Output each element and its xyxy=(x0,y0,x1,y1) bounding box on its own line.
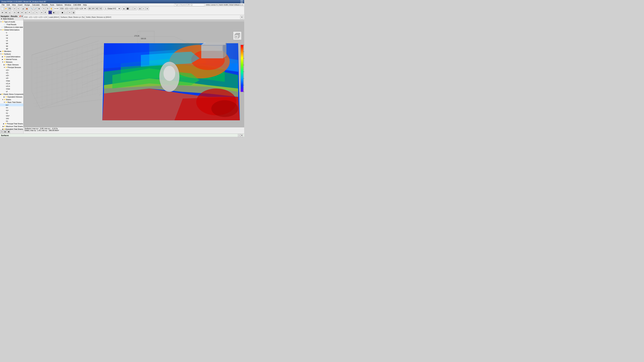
tree-item-phix[interactable]: ○ φx xyxy=(0,42,23,44)
tree-item-gamma-xyp[interactable]: ○ γxy+ xyxy=(0,114,23,117)
tree-item-sigma2m[interactable]: ○ σ2- xyxy=(0,77,23,79)
rotate-btn[interactable]: ↻ xyxy=(46,7,49,10)
tree-item-type-of-results[interactable]: ▼ 📁 Type of results xyxy=(0,20,23,23)
tree-item-basic-total[interactable]: ▼ 📁 Basic Total Strains xyxy=(0,101,23,104)
results-toggle-btn[interactable]: ≡ xyxy=(133,7,137,10)
perpendicular-btn[interactable]: ⊥ xyxy=(31,11,35,14)
grid-snap-btn[interactable]: ⊠ xyxy=(16,11,20,14)
zoom-out-btn[interactable]: 🔎 xyxy=(34,7,37,10)
menu-help[interactable]: Help xyxy=(82,4,88,6)
new-btn[interactable]: 📄 xyxy=(1,7,4,10)
tree-item-eps-ym[interactable]: ○ εy- xyxy=(0,112,23,114)
point-snap-btn[interactable]: ⊙ xyxy=(13,11,16,14)
menu-window[interactable]: Window xyxy=(64,4,72,6)
tree-item-uz[interactable]: ○ uz xyxy=(0,39,23,42)
contours-btn[interactable]: ▥ xyxy=(72,11,75,14)
snap-btn[interactable]: ⊕ xyxy=(1,11,4,14)
tree-item-principal-stresses[interactable]: ▼ 📁 Principal Stresses xyxy=(0,66,23,69)
section-btn[interactable]: ≋ xyxy=(146,7,149,10)
color-btn[interactable]: ■ xyxy=(48,11,52,14)
tree-item-strains[interactable]: ▼ 📁 Strains xyxy=(0,98,23,101)
tree-item-sigma2p[interactable]: ○ σ2+ xyxy=(0,74,23,77)
tree-item-equiv-total[interactable]: ▶ 📁 Equivalent Total Strains xyxy=(0,128,23,130)
tree-item-vf[interactable]: ○ vf xyxy=(0,90,23,93)
ortho-btn[interactable]: ⊞ xyxy=(4,11,8,14)
menu-cadbim[interactable]: CAD-BIM xyxy=(72,4,82,6)
display3-btn[interactable]: ⬜ xyxy=(130,7,133,10)
view-xy-btn[interactable]: XY xyxy=(92,7,95,10)
display2-btn[interactable]: ⬛ xyxy=(126,7,129,10)
tree-item-eps-xm[interactable]: ○ εx- xyxy=(0,106,23,109)
nav-stop-btn[interactable]: ⏹ xyxy=(7,130,10,133)
tree-item-sigma1p[interactable]: ○ σ1+ xyxy=(0,69,23,71)
intersection-btn[interactable]: ✕ xyxy=(28,11,31,14)
print-btn[interactable]: 🖨 xyxy=(22,7,25,10)
menu-edit[interactable]: Edit xyxy=(6,4,11,6)
dim-btn[interactable]: ⇔ xyxy=(40,11,43,14)
tree-item-u[interactable]: ○ u xyxy=(0,31,23,34)
tree-item-eps-yp[interactable]: ○ εy+ xyxy=(0,109,23,112)
tree-item-phiz[interactable]: ○ φz xyxy=(0,47,23,50)
panel-maximize-btn[interactable]: □ xyxy=(238,134,240,137)
display-btn[interactable]: ◈ xyxy=(122,7,126,10)
tree-item-tau-max[interactable]: ○ τmax xyxy=(0,79,23,82)
view-yz-btn[interactable]: YZ xyxy=(99,7,102,10)
tree-item-global-def[interactable]: ▼ 📁 Global Deformations xyxy=(0,28,23,31)
navigator-close-btn[interactable]: ✕ xyxy=(21,15,23,17)
tangent-btn[interactable]: ∿ xyxy=(35,11,38,14)
menu-tools[interactable]: Tools xyxy=(49,4,55,6)
tree-item-gamma-xym[interactable]: ○ γxy- xyxy=(0,117,23,120)
view3d-btn[interactable]: 3D xyxy=(88,7,92,10)
wireframe-btn[interactable]: ⬚ xyxy=(56,11,59,14)
viewport-close-btn[interactable]: ✕ xyxy=(240,15,244,19)
tree-item-members[interactable]: ▶ 📁 Members xyxy=(0,50,23,53)
tree-item-internal-forces[interactable]: ▶ 📁 Internal Forces xyxy=(0,58,23,61)
menu-file[interactable]: File xyxy=(1,4,6,6)
menu-results[interactable]: Results xyxy=(41,4,49,6)
tree-item-surfaces[interactable]: ▼ 📁 Surfaces xyxy=(0,53,23,55)
zoom-all-btn[interactable]: ⊞ xyxy=(38,7,41,10)
tree-item-sigma1m[interactable]: ○ σ1- xyxy=(0,71,23,74)
menu-view[interactable]: View xyxy=(11,4,17,6)
view-xz-btn[interactable]: XZ xyxy=(96,7,99,10)
menu-calculate[interactable]: Calculate xyxy=(31,4,41,6)
mesh-btn[interactable]: ⊟ xyxy=(138,7,142,10)
undo-btn[interactable]: ↩ xyxy=(13,7,16,10)
save-btn[interactable]: 💾 xyxy=(8,7,12,10)
tree-item-stresses[interactable]: ▼ 📁 Stresses xyxy=(0,61,23,63)
menu-options[interactable]: Options xyxy=(55,4,64,6)
load-case-select[interactable]: CO2 - LC1 + LC2 + LC3 + LC4 xyxy=(59,7,86,10)
restore-button[interactable]: □ xyxy=(240,0,243,3)
tree-item-sigma1m2[interactable]: ○ σ1,m xyxy=(0,82,23,85)
open-btn[interactable]: 📂 xyxy=(4,7,8,10)
angle-btn[interactable]: ∠ xyxy=(8,11,12,14)
tree-item-ux[interactable]: ○ ux xyxy=(0,34,23,36)
redo-btn[interactable]: ↪ xyxy=(16,7,20,10)
tree-item-tau2[interactable]: ○ τmax xyxy=(0,87,23,90)
tree-item-final-results[interactable]: ○ 📄 Final Results xyxy=(0,23,23,26)
nav-add-btn[interactable]: + xyxy=(0,130,3,133)
zoom-in-btn[interactable]: 🔍 xyxy=(30,7,33,10)
render-btn[interactable]: ◼ xyxy=(61,11,64,14)
smooth-btn[interactable]: ◌ xyxy=(64,11,68,14)
midpoint-btn[interactable]: ⊖ xyxy=(20,11,24,14)
panel-close-btn[interactable]: ✕ xyxy=(240,134,243,137)
tree-item-equiv[interactable]: ▶ 📁 Equivalent Stresses xyxy=(0,95,23,98)
tree-item-principal-total[interactable]: ▶ 📁 Principal Total Strains xyxy=(0,122,23,125)
tree-item-sigma2m2[interactable]: ○ σ2,m xyxy=(0,85,23,87)
nav-play-btn[interactable]: ▶ xyxy=(4,130,7,133)
coordinate-select[interactable]: 1 - Global XYZ xyxy=(104,7,121,10)
surface-color-btn[interactable]: ◧ xyxy=(52,11,56,14)
select-btn[interactable]: ↖ xyxy=(42,7,46,10)
pan-btn[interactable]: ✋ xyxy=(50,7,53,10)
tree-item-eps-xp[interactable]: ● εx+ xyxy=(0,104,23,106)
static-analysis-dropdown[interactable]: ▼ xyxy=(1,18,2,20)
center-btn[interactable]: ◎ xyxy=(24,11,27,14)
isolines-btn[interactable]: ≡ xyxy=(68,11,72,14)
tree-item-elastic[interactable]: ▶ 📁 Elastic Stress Components xyxy=(0,93,23,95)
navigator-pin-btn[interactable]: 📌 xyxy=(19,15,21,17)
menu-insert[interactable]: Insert xyxy=(17,4,24,6)
tree-item-basic-stresses[interactable]: ▶ 📁 Basic Stresses xyxy=(0,63,23,66)
node-btn[interactable]: • xyxy=(142,7,145,10)
export-btn[interactable]: 📤 xyxy=(25,7,28,10)
